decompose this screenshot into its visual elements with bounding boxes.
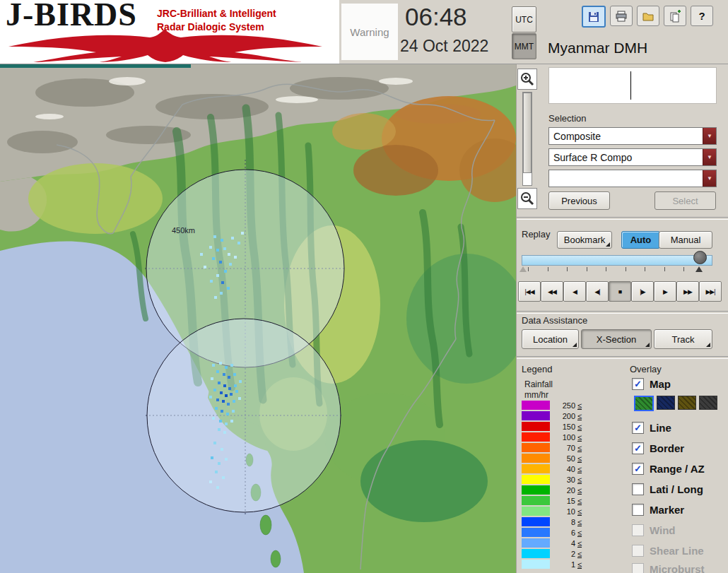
- border-checkbox[interactable]: ✓: [632, 442, 644, 454]
- location-button[interactable]: Location: [522, 329, 579, 349]
- legend-value: 8: [551, 518, 575, 526]
- folder-icon: [642, 10, 654, 23]
- map-style-swatch-1[interactable]: [634, 396, 654, 411]
- product-option-dropdown[interactable]: ▼: [548, 170, 717, 187]
- legend-row: 50≤: [522, 454, 582, 463]
- legend-value: 50: [551, 454, 575, 463]
- product-type-dropdown[interactable]: Composite ▼: [548, 127, 717, 145]
- divider: [517, 311, 728, 314]
- chevron-down-icon[interactable]: ▼: [703, 170, 716, 187]
- data-assistance-section-label: Data Assistance: [522, 315, 587, 326]
- line-checkbox[interactable]: ✓: [632, 422, 644, 434]
- overlay-item-label: Microburst: [650, 563, 705, 573]
- legend-color-swatch: [522, 411, 550, 420]
- map-style-swatch-3[interactable]: [678, 396, 696, 410]
- playback-controls: |◀◀ ◀◀ ◀ ◀| ■ |▶ ▶ ▶▶ ▶▶|: [518, 281, 722, 302]
- manual-mode-button[interactable]: Manual: [659, 231, 712, 249]
- legend-color-swatch: [522, 528, 550, 537]
- magnifier-plus-icon: [519, 71, 535, 87]
- check-icon: ✓: [634, 423, 642, 432]
- legend-color-swatch: [522, 454, 550, 463]
- microburst-checkbox: [632, 563, 644, 573]
- map-edge-strip: [0, 64, 191, 68]
- legend-value: 6: [551, 528, 575, 537]
- eagle-logo-icon: [3, 28, 328, 62]
- export-button[interactable]: [664, 6, 686, 26]
- legend-operator: ≤: [577, 528, 582, 537]
- legend-row: 8≤: [522, 517, 582, 526]
- legend-row: 20≤: [522, 485, 582, 495]
- chevron-down-icon[interactable]: ▼: [703, 128, 716, 144]
- radar-map[interactable]: 450km: [0, 64, 516, 573]
- track-button[interactable]: Track: [654, 329, 712, 349]
- previous-button[interactable]: Previous: [548, 191, 610, 210]
- right-panel: Selection Composite ▼ Surface R Compo ▼ …: [516, 64, 728, 573]
- auto-mode-button[interactable]: Auto: [621, 231, 660, 249]
- legend-value: 30: [551, 475, 575, 484]
- legend-color-swatch: [522, 443, 550, 452]
- map-style-swatch-4[interactable]: [699, 396, 717, 410]
- wind-checkbox: [632, 524, 644, 536]
- timeline-slider-thumb[interactable]: [693, 251, 707, 264]
- step-back-button[interactable]: ◀|: [586, 281, 609, 302]
- map-checkbox[interactable]: ✓: [632, 378, 644, 390]
- overlay-item-label: Wind: [650, 524, 676, 536]
- legend-color-swatch: [522, 496, 550, 505]
- play-reverse-button[interactable]: ◀: [563, 281, 586, 302]
- overlay-section-label: Overlay: [630, 364, 662, 374]
- skip-to-start-button[interactable]: |◀◀: [518, 281, 541, 302]
- mmt-button[interactable]: MMT: [512, 33, 536, 59]
- play-button[interactable]: ▶: [654, 281, 676, 302]
- step-forward-button[interactable]: |▶: [631, 281, 654, 302]
- product-name-dropdown[interactable]: Surface R Compo ▼: [548, 148, 717, 166]
- fast-rewind-button[interactable]: ◀◀: [541, 281, 563, 302]
- corner-fold-icon: [645, 343, 650, 347]
- legend-operator: ≤: [577, 550, 582, 558]
- legend-value: 10: [551, 507, 575, 516]
- stop-button[interactable]: ■: [609, 281, 631, 302]
- xsection-label: X-Section: [597, 334, 636, 345]
- overlay-item-range-az: ✓ Range / AZ: [632, 461, 705, 475]
- overlay-item-label: Shear Line: [650, 545, 704, 557]
- floppy-disk-icon: [587, 11, 600, 23]
- magnifier-minus-icon: [519, 191, 535, 206]
- xsection-button[interactable]: X-Section: [581, 329, 652, 349]
- zoom-in-button[interactable]: [517, 69, 537, 90]
- fast-forward-button[interactable]: ▶▶: [676, 281, 699, 302]
- open-file-button[interactable]: [637, 6, 659, 26]
- zoom-out-button[interactable]: [517, 188, 537, 209]
- legend-row: 40≤: [522, 464, 582, 473]
- replay-timeline-slider[interactable]: [522, 255, 712, 266]
- zoom-slider-thumb[interactable]: [523, 93, 532, 173]
- legend-operator: ≤: [577, 507, 582, 516]
- legend-value: 20: [551, 486, 575, 495]
- legend-color-swatch: [522, 485, 550, 495]
- legend-unit-line1: Rainfall: [524, 379, 553, 389]
- overlay-item-label: Map: [650, 378, 671, 390]
- bookmark-button[interactable]: Bookmark: [557, 231, 612, 249]
- help-button[interactable]: ?: [691, 6, 713, 26]
- legend-value: 100: [551, 433, 575, 442]
- legend-operator: ≤: [577, 539, 582, 548]
- zoom-slider[interactable]: [522, 92, 532, 186]
- product-type-value: Composite: [549, 128, 703, 144]
- legend-operator: ≤: [577, 454, 582, 463]
- lati-long-checkbox[interactable]: [632, 483, 644, 495]
- skip-to-end-button[interactable]: ▶▶|: [699, 281, 722, 302]
- marker-checkbox[interactable]: [632, 504, 644, 516]
- select-button[interactable]: Select: [654, 191, 716, 210]
- chevron-down-icon[interactable]: ▼: [703, 149, 716, 165]
- warning-status: Warning: [341, 4, 398, 60]
- check-icon: ✓: [634, 379, 642, 389]
- save-button[interactable]: [582, 6, 606, 28]
- copy-plus-icon: [669, 10, 681, 23]
- range-az-checkbox[interactable]: ✓: [632, 463, 644, 475]
- legend-row: 2≤: [522, 549, 582, 558]
- print-button[interactable]: [610, 6, 633, 26]
- overlay-item-marker: Marker: [632, 502, 684, 516]
- map-style-swatch-2[interactable]: [657, 396, 675, 410]
- toolbar: ?: [582, 6, 713, 28]
- utc-button[interactable]: UTC: [512, 6, 536, 33]
- divider: [517, 217, 728, 220]
- legend-value: 1: [551, 560, 575, 569]
